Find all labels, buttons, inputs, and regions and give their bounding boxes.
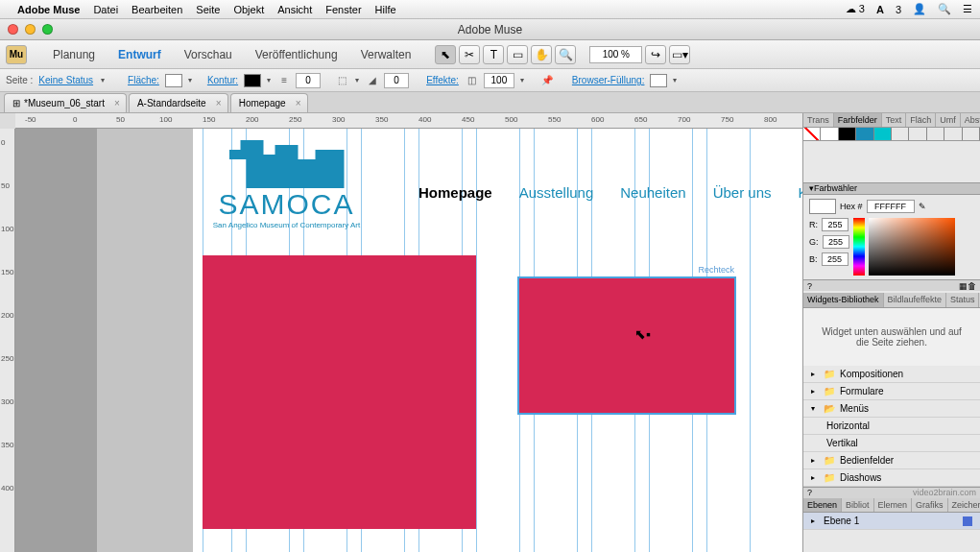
cat-bedienfelder[interactable]: ▸📁Bedienfelder — [803, 452, 980, 469]
b-input[interactable] — [822, 252, 849, 266]
hand-tool[interactable]: ✋ — [531, 45, 552, 64]
corner-radius[interactable] — [384, 73, 409, 88]
stroke-weight[interactable] — [296, 73, 321, 88]
browser-fill-swatch[interactable] — [650, 74, 667, 87]
help-icon[interactable]: ? — [807, 488, 812, 497]
zoom-window-button[interactable] — [42, 24, 53, 35]
adobe-a-icon[interactable]: A — [876, 4, 884, 15]
selection-tool[interactable]: ⬉ — [435, 45, 456, 64]
kontur-label[interactable]: Kontur: — [207, 75, 238, 85]
chevron-down-icon[interactable]: ▾ — [520, 76, 524, 84]
swatch-none[interactable] — [803, 128, 821, 140]
tab-verwalten[interactable]: Verwalten — [350, 45, 422, 64]
close-icon[interactable]: × — [114, 98, 120, 108]
nav-homepage[interactable]: Homepage — [418, 184, 492, 201]
menu-ansicht[interactable]: Ansicht — [277, 4, 312, 15]
opacity[interactable] — [484, 73, 514, 88]
panel-tab-elemen[interactable]: Elemen — [874, 498, 913, 512]
doc-tab-museum[interactable]: ⊞ *Museum_06_start × — [4, 93, 127, 112]
swatch-white[interactable] — [821, 128, 838, 140]
pin-icon[interactable]: 📌 — [539, 73, 555, 88]
cat-menus-vertikal[interactable]: Vertikal — [803, 435, 980, 452]
nav-ausstellung[interactable]: Ausstellung — [519, 184, 594, 201]
color-field[interactable] — [869, 218, 955, 276]
notification-icon[interactable]: 3 — [896, 4, 901, 15]
panel-tab-flach[interactable]: Fläch — [906, 113, 936, 127]
effekte-label[interactable]: Effekte: — [426, 75, 459, 85]
rectangle-large[interactable] — [203, 255, 476, 529]
panel-tab-status[interactable]: Status — [946, 293, 980, 306]
page[interactable]: SAMOCA San Angelico Museum of Contempora… — [193, 129, 802, 552]
swatch-blue[interactable] — [856, 128, 873, 140]
browserfill-label[interactable]: Browser-Füllung: — [572, 75, 645, 85]
swatch-empty[interactable] — [963, 128, 980, 140]
cat-kompositionen[interactable]: ▸📁Kompositionen — [803, 366, 980, 383]
stroke-swatch[interactable] — [244, 74, 261, 87]
menu-objekt[interactable]: Objekt — [233, 4, 264, 15]
rectangle-small-selected[interactable]: Rechteck ⬉▪ — [517, 276, 736, 415]
swatch-black[interactable] — [839, 128, 856, 140]
menu-seite[interactable]: Seite — [196, 4, 220, 15]
panel-header-farbwaehler[interactable]: ▾ Farbwähler — [803, 182, 980, 196]
preview-button[interactable]: ↪ — [645, 45, 666, 64]
nav-neuheiten[interactable]: Neuheiten — [620, 184, 685, 201]
rectangle-tool[interactable]: ▭ — [507, 45, 528, 64]
cat-menus[interactable]: ▾📂Menüs — [803, 400, 980, 418]
panel-tab-text[interactable]: Text — [882, 113, 907, 127]
nav-k[interactable]: K — [799, 184, 802, 201]
close-window-button[interactable] — [8, 24, 18, 35]
hex-input[interactable] — [867, 200, 915, 213]
menu-bearbeiten[interactable]: Bearbeiten — [131, 4, 182, 15]
g-input[interactable] — [823, 235, 849, 249]
corner-options-icon[interactable]: ⬚ — [334, 73, 349, 88]
flache-label[interactable]: Fläche: — [128, 75, 159, 85]
chevron-down-icon[interactable]: ▾ — [355, 76, 359, 84]
text-tool[interactable]: T — [483, 45, 504, 64]
panel-tab-ebenen[interactable]: Ebenen — [803, 498, 842, 512]
tab-veroeffentlichung[interactable]: Veröffentlichung — [245, 45, 348, 64]
doc-tab-standardseite[interactable]: A-Standardseite × — [129, 93, 228, 112]
doc-tab-homepage[interactable]: Homepage × — [230, 93, 308, 112]
search-icon[interactable]: 🔍 — [938, 3, 951, 15]
minimize-window-button[interactable] — [25, 24, 36, 35]
panel-tab-bibliot[interactable]: Bibliot — [842, 498, 874, 512]
canvas[interactable]: SAMOCA San Angelico Museum of Contempora… — [15, 129, 802, 552]
responsive-button[interactable]: ▭▾ — [669, 45, 690, 64]
cat-formulare[interactable]: ▸📁Formulare — [803, 383, 980, 400]
r-input[interactable] — [822, 218, 849, 231]
effects-icon[interactable]: ◫ — [465, 73, 480, 88]
close-icon[interactable]: × — [216, 98, 222, 108]
panel-tab-umf[interactable]: Umf — [936, 113, 961, 127]
nav-ueberuns[interactable]: Über uns — [713, 184, 772, 201]
app-name[interactable]: Adobe Muse — [17, 4, 80, 15]
swatch-empty[interactable] — [892, 128, 909, 140]
layer-row[interactable]: ▸ Ebene 1 — [803, 513, 980, 530]
zoom-level[interactable] — [589, 46, 642, 63]
hue-slider[interactable] — [853, 218, 865, 276]
chevron-down-icon[interactable]: ▾ — [673, 76, 677, 84]
chevron-down-icon[interactable]: ▾ — [267, 76, 271, 84]
swatch-empty[interactable] — [944, 128, 962, 140]
eyedropper-icon[interactable]: ✎ — [919, 202, 926, 211]
close-icon[interactable]: × — [296, 98, 301, 108]
user-icon[interactable]: 👤 — [913, 3, 926, 15]
menu-fenster[interactable]: Fenster — [325, 4, 361, 15]
panel-tab-zeichen[interactable]: Zeichen — [948, 498, 980, 512]
trash-icon[interactable]: 🗑 — [968, 281, 976, 291]
help-icon[interactable]: ? — [807, 281, 812, 291]
swatch-empty[interactable] — [927, 128, 944, 140]
cat-menus-horizontal[interactable]: Horizontal — [803, 418, 980, 435]
cat-diashows[interactable]: ▸📁Diashows — [803, 469, 980, 487]
tab-entwurf[interactable]: Entwurf — [108, 45, 172, 64]
fill-swatch[interactable] — [165, 74, 182, 87]
swatch-teal[interactable] — [874, 128, 892, 140]
tab-planung[interactable]: Planung — [42, 45, 106, 64]
panel-tab-trans[interactable]: Trans — [803, 113, 834, 127]
new-icon[interactable]: ▦ — [959, 281, 968, 291]
menu-icon[interactable]: ☰ — [963, 3, 972, 15]
zoom-tool[interactable]: 🔍 — [555, 45, 576, 64]
panel-tab-widgets[interactable]: Widgets-Bibliothek — [803, 293, 884, 306]
swatch-empty[interactable] — [909, 128, 926, 140]
crop-tool[interactable]: ✂ — [459, 45, 480, 64]
cloud-icon[interactable]: ☁ 3 — [846, 3, 865, 15]
